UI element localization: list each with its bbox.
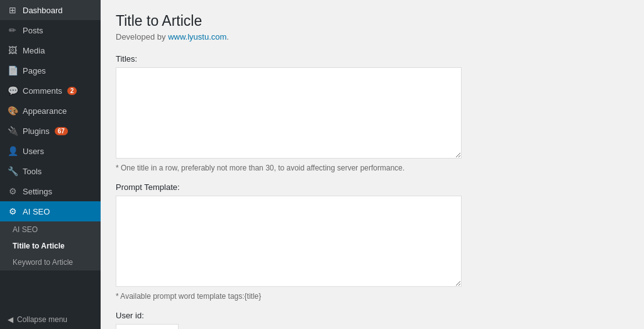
titles-hint: * One title in a row, preferably not mor… <box>116 164 629 172</box>
sidebar-item-label: Users <box>23 147 44 156</box>
tools-icon: 🔧 <box>8 166 18 176</box>
sidebar-subitem-keyword-to-article[interactable]: Keyword to Article <box>0 254 101 270</box>
sidebar-item-dashboard[interactable]: ⊞ Dashboard <box>0 0 101 20</box>
sidebar-item-label: Posts <box>23 26 43 35</box>
collapse-menu-button[interactable]: ◀ Collapse menu <box>0 310 101 329</box>
titles-label: Titles: <box>116 54 629 64</box>
sidebar-item-users[interactable]: 👤 Users <box>0 141 101 161</box>
prompt-section: Prompt Template: * Available prompt word… <box>116 182 629 301</box>
users-icon: 👤 <box>8 146 18 156</box>
sidebar-item-settings[interactable]: ⚙ Settings <box>0 181 101 201</box>
plugins-badge: 67 <box>55 127 68 135</box>
sidebar-item-comments[interactable]: 💬 Comments 2 <box>0 81 101 101</box>
collapse-icon: ◀ <box>8 315 13 324</box>
user-id-label: User id: <box>116 311 629 320</box>
subitem-label: Titile to Article <box>13 242 65 250</box>
sidebar-item-label: Tools <box>23 167 42 176</box>
subitem-label: AI SEO <box>13 225 38 234</box>
dev-by-text: Developed by www.lyustu.com. <box>116 32 629 42</box>
sidebar-item-media[interactable]: 🖼 Media <box>0 40 101 60</box>
sidebar-item-label: Appearance <box>23 106 67 116</box>
sidebar-subitem-ai-seo[interactable]: AI SEO <box>0 221 101 238</box>
sidebar-item-label: AI SEO <box>23 207 50 216</box>
user-id-section: User id: * Who will publish. Specify a u… <box>116 311 629 329</box>
sidebar-item-posts[interactable]: ✏ Posts <box>0 20 101 40</box>
page-title: Title to Article <box>116 13 629 30</box>
sidebar-item-plugins[interactable]: 🔌 Plugins 67 <box>0 121 101 141</box>
sidebar-subitem-title-to-article[interactable]: Titile to Article <box>0 238 101 254</box>
main-content: Title to Article Developed by www.lyustu… <box>101 0 644 329</box>
ai-seo-icon: ⚙ <box>8 206 18 216</box>
dev-by-link[interactable]: www.lyustu.com <box>168 32 226 42</box>
sidebar-item-label: Dashboard <box>23 6 63 15</box>
dashboard-icon: ⊞ <box>8 5 18 15</box>
prompt-hint: * Available prompt word template tags:{t… <box>116 292 629 301</box>
sidebar-item-label: Media <box>23 46 45 55</box>
user-id-input[interactable] <box>116 324 179 329</box>
sidebar: ⊞ Dashboard ✏ Posts 🖼 Media 📄 Pages 💬 Co… <box>0 0 101 329</box>
sidebar-submenu: AI SEO Titile to Article Keyword to Arti… <box>0 221 101 270</box>
sidebar-item-appearance[interactable]: 🎨 Appearance <box>0 101 101 121</box>
comments-badge: 2 <box>67 87 77 95</box>
prompt-textarea[interactable] <box>116 196 462 287</box>
comments-icon: 💬 <box>8 86 18 96</box>
titles-textarea[interactable] <box>116 67 462 159</box>
titles-section: Titles: * One title in a row, preferably… <box>116 54 629 172</box>
appearance-icon: 🎨 <box>8 106 18 116</box>
prompt-label: Prompt Template: <box>116 182 629 192</box>
settings-icon: ⚙ <box>8 186 18 196</box>
sidebar-item-pages[interactable]: 📄 Pages <box>0 60 101 81</box>
plugins-icon: 🔌 <box>8 126 18 136</box>
posts-icon: ✏ <box>8 25 18 35</box>
pages-icon: 📄 <box>8 65 18 75</box>
sidebar-item-label: Settings <box>23 187 52 196</box>
sidebar-item-label: Plugins <box>23 126 50 136</box>
collapse-label: Collapse menu <box>17 315 67 324</box>
sidebar-item-label: Comments <box>23 86 62 96</box>
media-icon: 🖼 <box>8 45 18 55</box>
sidebar-item-tools[interactable]: 🔧 Tools <box>0 161 101 181</box>
subitem-label: Keyword to Article <box>13 258 73 267</box>
sidebar-item-label: Pages <box>23 66 46 75</box>
sidebar-item-ai-seo[interactable]: ⚙ AI SEO <box>0 201 101 221</box>
